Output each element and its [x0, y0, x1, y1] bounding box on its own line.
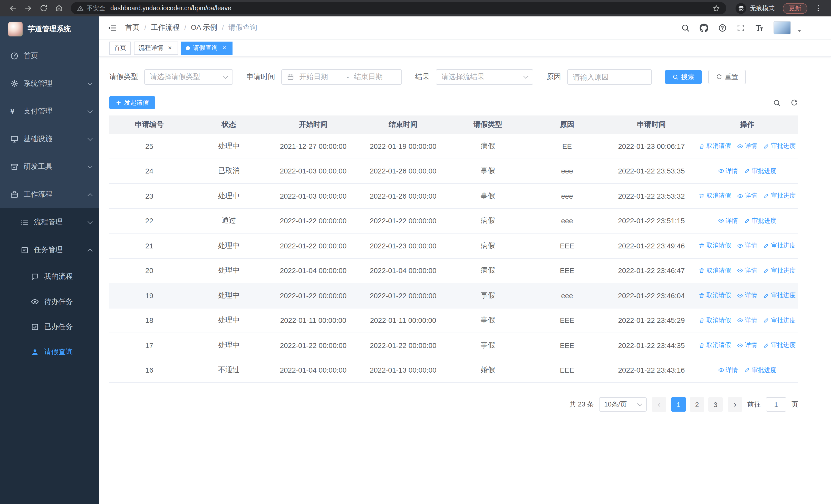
detail-link[interactable]: 详情: [737, 291, 757, 300]
sidebar-item-todo-tasks[interactable]: 待办任务: [0, 289, 99, 314]
progress-link[interactable]: 审批进度: [763, 192, 796, 200]
breadcrumb-item[interactable]: 工作流程: [151, 23, 180, 32]
cancel-leave-link[interactable]: 取消请假: [698, 192, 731, 200]
user-icon: [31, 348, 39, 356]
bookmark-star-icon[interactable]: [712, 4, 720, 12]
detail-link[interactable]: 详情: [737, 316, 757, 325]
result-select[interactable]: 请选择流结果: [436, 69, 533, 85]
help-icon[interactable]: [718, 23, 727, 32]
back-icon[interactable]: [9, 4, 17, 12]
detail-link[interactable]: 详情: [718, 167, 738, 176]
reload-icon[interactable]: [39, 4, 48, 12]
page-button-1[interactable]: 1: [671, 397, 686, 412]
search-icon[interactable]: [681, 23, 690, 32]
progress-link[interactable]: 审批进度: [763, 241, 796, 250]
page-button-3[interactable]: 3: [708, 397, 723, 412]
tab-home[interactable]: 首页: [109, 41, 131, 55]
cell: 2022-01-22 23:46:04: [607, 283, 696, 308]
detail-link[interactable]: 详情: [737, 142, 757, 151]
close-icon[interactable]: ×: [221, 45, 228, 52]
cancel-leave-link[interactable]: 取消请假: [698, 266, 731, 275]
leave-table: 申请编号状态开始时间结束时间请假类型原因申请时间操作 25处理中2021-12-…: [109, 116, 798, 383]
sidebar-item-infrastructure[interactable]: 基础设施: [0, 125, 99, 153]
page-size-value: 10条/页: [604, 400, 627, 409]
breadcrumb-item[interactable]: OA 示例: [191, 23, 218, 32]
create-leave-button[interactable]: 发起请假: [109, 96, 155, 109]
tab-leave-query[interactable]: 请假查询×: [181, 41, 232, 55]
cell: 病假: [448, 234, 528, 258]
progress-link[interactable]: 审批进度: [744, 216, 776, 225]
cancel-leave-link[interactable]: 取消请假: [698, 291, 731, 300]
cancel-leave-link[interactable]: 取消请假: [698, 142, 731, 151]
progress-link[interactable]: 审批进度: [763, 316, 796, 325]
apply-time-range-picker[interactable]: 开始日期 - 结束日期: [281, 69, 402, 85]
progress-link[interactable]: 审批进度: [744, 167, 776, 176]
reset-button[interactable]: 重置: [708, 70, 746, 84]
table-tools: [773, 99, 798, 107]
leave-type-select[interactable]: 请选择请假类型: [144, 69, 233, 85]
chevron-down-icon[interactable]: [797, 28, 802, 34]
sidebar-item-workflow[interactable]: 工作流程: [0, 181, 99, 208]
goto-label: 前往: [747, 400, 761, 409]
url-text[interactable]: dashboard.yudao.iocoder.cn/bpm/oa/leave: [110, 5, 708, 12]
cancel-leave-link[interactable]: 取消请假: [698, 316, 731, 325]
detail-link[interactable]: 详情: [737, 192, 757, 200]
detail-link[interactable]: 详情: [737, 241, 757, 250]
detail-link[interactable]: 详情: [718, 216, 738, 225]
cell: 2022-01-26 00:00:00: [358, 159, 448, 183]
github-icon[interactable]: [699, 23, 708, 32]
next-page-button[interactable]: ›: [728, 397, 742, 412]
progress-link[interactable]: 审批进度: [763, 266, 796, 275]
result-label: 结果: [415, 72, 430, 82]
table-row: 19处理中2022-01-22 00:00:002022-01-22 00:00…: [109, 283, 798, 308]
page-button-2[interactable]: 2: [690, 397, 704, 412]
sidebar-item-leave-query[interactable]: 请假查询: [0, 339, 99, 364]
detail-link[interactable]: 详情: [718, 366, 738, 375]
sidebar-item-system-management[interactable]: 系统管理: [0, 70, 99, 97]
cancel-leave-link[interactable]: 取消请假: [698, 241, 731, 250]
fullscreen-icon[interactable]: [737, 23, 745, 32]
refresh-table-icon[interactable]: [791, 99, 798, 107]
progress-link[interactable]: 审批进度: [763, 291, 796, 300]
forward-icon[interactable]: [24, 4, 32, 12]
cell: 21: [109, 234, 189, 258]
sidebar: 芋道管理系统 首页系统管理¥支付管理基础设施研发工具工作流程流程管理任务管理我的…: [0, 17, 99, 504]
page-size-select[interactable]: 10条/页: [599, 397, 647, 412]
screen: 不安全 dashboard.yudao.iocoder.cn/bpm/oa/le…: [0, 0, 831, 504]
sidebar-item-done-tasks[interactable]: 已办任务: [0, 314, 99, 339]
sidebar-item-home[interactable]: 首页: [0, 42, 99, 70]
incognito-badge: 无痕模式: [736, 3, 775, 13]
update-button[interactable]: 更新: [783, 3, 807, 13]
tab-process-detail[interactable]: 流程详情×: [134, 41, 178, 55]
toggle-search-icon[interactable]: [773, 99, 781, 107]
reason-input[interactable]: [567, 69, 652, 85]
detail-link[interactable]: 详情: [737, 266, 757, 275]
sidebar-item-process-management[interactable]: 流程管理: [0, 208, 99, 236]
progress-link[interactable]: 审批进度: [763, 142, 796, 151]
avatar[interactable]: [774, 21, 791, 34]
column-header: 操作: [696, 116, 798, 134]
cell: 事假: [448, 159, 528, 183]
progress-link[interactable]: 审批进度: [744, 366, 776, 375]
progress-link[interactable]: 审批进度: [763, 341, 796, 350]
sidebar-item-payment-management[interactable]: ¥支付管理: [0, 97, 99, 125]
sidebar-item-dev-tools[interactable]: 研发工具: [0, 153, 99, 181]
search-button[interactable]: 搜索: [665, 70, 701, 84]
logo[interactable]: 芋道管理系统: [0, 17, 99, 42]
sidebar-item-task-management[interactable]: 任务管理: [0, 236, 99, 264]
yen-icon: ¥: [10, 107, 19, 116]
home-icon[interactable]: [55, 4, 63, 12]
sidebar-item-my-processes[interactable]: 我的流程: [0, 264, 99, 289]
url-bar[interactable]: 不安全 dashboard.yudao.iocoder.cn/bpm/oa/le…: [71, 2, 726, 14]
collapse-sidebar-icon[interactable]: [107, 23, 117, 33]
close-icon[interactable]: ×: [166, 45, 173, 52]
not-secure-label[interactable]: 不安全: [87, 4, 105, 12]
browser-menu-icon[interactable]: [814, 4, 822, 12]
cancel-leave-link[interactable]: 取消请假: [698, 341, 731, 350]
tab-label: 首页: [114, 43, 126, 52]
goto-page-input[interactable]: [766, 397, 786, 412]
font-size-icon[interactable]: [755, 23, 764, 32]
detail-link[interactable]: 详情: [737, 341, 757, 350]
breadcrumb-item[interactable]: 首页: [125, 23, 140, 32]
prev-page-button[interactable]: ‹: [652, 397, 666, 412]
